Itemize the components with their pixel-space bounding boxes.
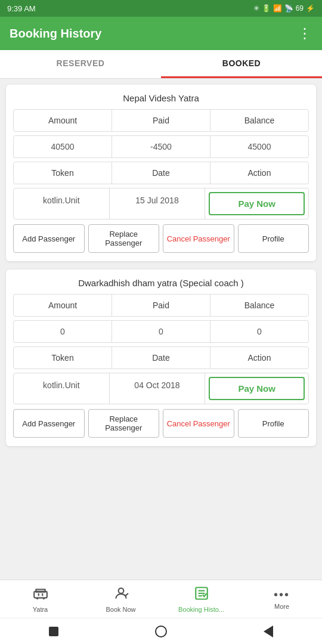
token-header-row-2: Token Date Action	[13, 346, 309, 369]
back-button[interactable]	[260, 623, 277, 640]
tab-booked[interactable]: BOOKED	[161, 50, 322, 78]
paid-header-2: Paid	[112, 295, 210, 316]
amount-values-row-1: 40500 -4500 45000	[13, 135, 309, 158]
token-action-row-1: kotlin.Unit 15 Jul 2018 Pay Now	[13, 188, 309, 219]
token-date-cells-1: kotlin.Unit 15 Jul 2018	[14, 188, 205, 219]
date-value-2: 04 Oct 2018	[110, 373, 206, 404]
nav-item-yatra[interactable]: Yatra	[0, 581, 80, 618]
svg-point-3	[42, 597, 44, 599]
pay-now-container-1: Pay Now	[205, 188, 308, 219]
wifi-icon: 📡	[284, 4, 293, 13]
add-passenger-button-1[interactable]: Add Passenger	[13, 224, 85, 253]
date-value-1: 15 Jul 2018	[110, 188, 206, 219]
token-header-row-1: Token Date Action	[13, 162, 309, 184]
yatra-icon	[33, 586, 48, 605]
balance-value-1: 45000	[210, 136, 308, 157]
bottom-nav: Yatra Book Now Booking Histo... ••• More	[0, 580, 322, 618]
status-time: 9:39 AM	[7, 4, 36, 13]
yatra-label: Yatra	[33, 606, 48, 613]
booking-card-2: Dwarkadhish dham yatra (Special coach ) …	[6, 270, 316, 446]
app-bar: Booking History ⋮	[0, 17, 322, 50]
cancel-passenger-button-1[interactable]: Cancel Passenger	[163, 224, 234, 253]
more-icon: •••	[274, 588, 290, 602]
booking-history-label: Booking Histo...	[178, 606, 224, 613]
token-value-2: kotlin.Unit	[14, 373, 110, 404]
booking-title-2: Dwarkadhish dham yatra (Special coach )	[13, 278, 309, 288]
action-header-1: Action	[210, 162, 308, 184]
back-triangle-icon	[264, 626, 273, 637]
home-circle-icon	[155, 626, 167, 637]
pay-now-button-1[interactable]: Pay Now	[209, 192, 305, 215]
token-value-1: kotlin.Unit	[14, 188, 110, 219]
pay-now-container-2: Pay Now	[205, 373, 308, 404]
app-bar-title: Booking History	[10, 27, 101, 41]
cancel-passenger-button-2[interactable]: Cancel Passenger	[163, 409, 234, 438]
balance-header-2: Balance	[210, 295, 308, 316]
book-now-label: Book Now	[106, 606, 135, 613]
battery-icon: 🔋	[262, 4, 271, 13]
amount-header-row-2: Amount Paid Balance	[13, 294, 309, 317]
paid-header-1: Paid	[112, 110, 210, 131]
action-buttons-row-1: Add Passenger Replace Passenger Cancel P…	[13, 224, 309, 253]
amount-values-row-2: 0 0 0	[13, 320, 309, 343]
svg-rect-1	[36, 589, 45, 592]
profile-button-2[interactable]: Profile	[238, 409, 309, 438]
square-icon	[49, 627, 58, 636]
paid-value-2: 0	[112, 321, 210, 342]
paid-value-1: -4500	[112, 136, 210, 157]
system-nav	[0, 618, 322, 644]
nav-item-booking-history[interactable]: Booking Histo...	[161, 581, 242, 618]
status-icons: ✳ 🔋 📶 📡 69 ⚡	[253, 4, 315, 13]
booking-history-icon	[194, 586, 209, 605]
signal-icon: 📶	[273, 4, 282, 13]
home-button[interactable]	[153, 623, 169, 640]
amount-header-row-1: Amount Paid Balance	[13, 109, 309, 132]
book-now-icon	[113, 586, 129, 605]
booking-title-1: Nepal Videsh Yatra	[13, 93, 309, 103]
replace-passenger-button-2[interactable]: Replace Passenger	[88, 409, 160, 438]
nav-item-book-now[interactable]: Book Now	[80, 581, 161, 618]
date-header-2: Date	[112, 347, 210, 369]
nav-item-more[interactable]: ••• More	[242, 583, 322, 615]
content-area: Nepal Videsh Yatra Amount Paid Balance 4…	[0, 79, 322, 580]
tab-reserved[interactable]: RESERVED	[0, 50, 161, 78]
bluetooth-icon: ✳	[253, 4, 259, 13]
booking-card-1: Nepal Videsh Yatra Amount Paid Balance 4…	[6, 85, 316, 261]
recent-apps-button[interactable]	[45, 623, 62, 640]
svg-point-6	[118, 588, 123, 593]
token-header-2: Token	[14, 347, 112, 369]
balance-header-1: Balance	[210, 110, 308, 131]
tabs-container: RESERVED BOOKED	[0, 50, 322, 79]
replace-passenger-button-1[interactable]: Replace Passenger	[88, 224, 160, 253]
amount-value-1: 40500	[14, 136, 112, 157]
action-buttons-row-2: Add Passenger Replace Passenger Cancel P…	[13, 409, 309, 438]
svg-point-2	[36, 597, 38, 599]
amount-header-1: Amount	[14, 110, 112, 131]
amount-value-2: 0	[14, 321, 112, 342]
status-bar: 9:39 AM ✳ 🔋 📶 📡 69 ⚡	[0, 0, 322, 17]
pay-now-button-2[interactable]: Pay Now	[209, 377, 305, 400]
date-header-1: Date	[112, 162, 210, 184]
add-passenger-button-2[interactable]: Add Passenger	[13, 409, 85, 438]
amount-header-2: Amount	[14, 295, 112, 316]
token-date-cells-2: kotlin.Unit 04 Oct 2018	[14, 373, 205, 404]
more-options-icon[interactable]: ⋮	[298, 25, 312, 42]
token-action-row-2: kotlin.Unit 04 Oct 2018 Pay Now	[13, 373, 309, 404]
charging-icon: ⚡	[306, 4, 315, 13]
action-header-2: Action	[210, 347, 308, 369]
balance-value-2: 0	[210, 321, 308, 342]
token-header-1: Token	[14, 162, 112, 184]
battery-percent: 69	[296, 4, 304, 13]
profile-button-1[interactable]: Profile	[238, 224, 309, 253]
more-label: More	[274, 603, 289, 610]
